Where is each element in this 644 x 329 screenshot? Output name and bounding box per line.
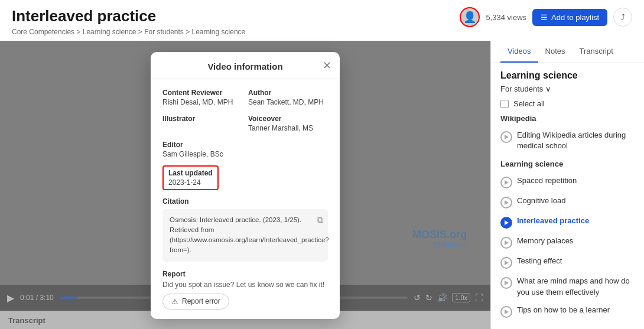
- video-item-text-testing-effect: Testing effect: [517, 256, 562, 266]
- video-item-text-interleaved-practice: Interleaved practice: [517, 216, 589, 226]
- video-item-text-tips-learner: Tips on how to be a learner: [517, 305, 610, 315]
- play-icon-tips-learner: [500, 306, 512, 318]
- for-students-label: For students: [500, 84, 543, 93]
- tab-notes[interactable]: Notes: [538, 41, 573, 63]
- play-icon-interleaved-practice: [500, 217, 512, 229]
- video-area: OSM OSIS MOSIS.org 23 Edition ▶ 0:01 / 3…: [0, 41, 490, 329]
- voiceover-col: Voiceover Tanner Marshall, MS: [248, 115, 328, 132]
- video-item-testing-effect[interactable]: Testing effect: [500, 252, 635, 272]
- header-actions: 👤 5,334 views ☰ Add to playlist ⤴: [460, 7, 632, 27]
- select-all-checkbox[interactable]: [500, 100, 509, 108]
- citation-label: Citation: [162, 197, 328, 206]
- sidebar-tabs: Videos Notes Transcript: [491, 41, 644, 63]
- modal-body: Content Reviewer Rishi Desai, MD, MPH Au…: [151, 79, 340, 319]
- report-error-label: Report error: [182, 297, 220, 305]
- report-label: Report: [162, 270, 328, 278]
- editor-value: Sam Gillespie, BSc: [162, 150, 328, 158]
- modal-close-button[interactable]: ✕: [323, 59, 331, 72]
- chevron-down-icon: ∨: [545, 84, 551, 93]
- add-to-playlist-button[interactable]: ☰ Add to playlist: [532, 9, 607, 26]
- share-button[interactable]: ⤴: [613, 8, 632, 27]
- video-item-wikipedia-1[interactable]: Editing Wikipedia articles during medica…: [500, 126, 635, 155]
- play-icon-wikipedia-1: [500, 131, 512, 143]
- breadcrumb: Core Competencies > Learning science > F…: [12, 28, 632, 36]
- user-icon: 👤: [463, 11, 476, 24]
- author-value: Sean Tackett, MD, MPH: [248, 98, 328, 106]
- for-students-toggle[interactable]: For students ∨: [500, 84, 635, 93]
- citation-box: Osmosis: Interleaved practice. (2023, 1/…: [162, 209, 328, 262]
- video-item-cognitive-load[interactable]: Cognitive load: [500, 192, 635, 212]
- sidebar-content: Learning science For students ∨ Select a…: [491, 63, 644, 329]
- video-item-memory-palaces[interactable]: Memory palaces: [500, 232, 635, 252]
- warning-icon: ⚠: [171, 297, 178, 306]
- report-desc: Did you spot an issue? Let us know so we…: [162, 281, 328, 289]
- video-item-tips-learner[interactable]: Tips on how to be a learner: [500, 301, 635, 321]
- section-label-learning-science: Learning science: [500, 159, 635, 168]
- voiceover-value: Tanner Marshall, MS: [248, 124, 328, 132]
- play-icon-mind-maps: [500, 277, 512, 289]
- play-icon-spaced-repetition: [500, 177, 512, 188]
- sidebar-section-title: Learning science: [500, 70, 635, 81]
- author-label: Author: [248, 89, 328, 97]
- info-grid: Content Reviewer Rishi Desai, MD, MPH Au…: [162, 89, 328, 132]
- illustrator-label: Illustrator: [162, 115, 242, 123]
- video-item-text-mind-maps: What are mind maps and how do you use th…: [517, 276, 635, 297]
- modal-overlay: Video information ✕ Content Reviewer Ris…: [0, 41, 490, 329]
- video-item-spaced-repetition[interactable]: Spaced repetition: [500, 172, 635, 192]
- video-item-text-spaced-repetition: Spaced repetition: [517, 175, 577, 186]
- tab-transcript[interactable]: Transcript: [572, 41, 620, 63]
- author-col: Author Sean Tackett, MD, MPH: [248, 89, 328, 106]
- modal-header: Video information: [151, 52, 340, 79]
- sidebar: Videos Notes Transcript Learning science…: [490, 41, 644, 329]
- copy-icon[interactable]: ⧉: [317, 214, 323, 226]
- report-error-button[interactable]: ⚠ Report error: [162, 294, 229, 310]
- play-icon-memory-palaces: [500, 237, 512, 249]
- playlist-icon: ☰: [541, 13, 548, 22]
- video-item-text-cognitive-load: Cognitive load: [517, 196, 565, 206]
- play-icon-testing-effect: [500, 257, 512, 269]
- content-reviewer-value: Rishi Desai, MD, MPH: [162, 98, 242, 106]
- video-info-modal: Video information ✕ Content Reviewer Ris…: [151, 52, 340, 319]
- citation-text: Osmosis: Interleaved practice. (2023, 1/…: [170, 216, 329, 254]
- modal-title: Video information: [207, 61, 282, 71]
- last-updated-label: Last updated: [168, 169, 213, 177]
- main-layout: OSM OSIS MOSIS.org 23 Edition ▶ 0:01 / 3…: [0, 41, 644, 329]
- video-item-text-wikipedia-1: Editing Wikipedia articles during medica…: [517, 130, 635, 151]
- video-item-text-memory-palaces: Memory palaces: [517, 236, 573, 246]
- editor-row: Editor Sam Gillespie, BSc: [162, 141, 328, 158]
- share-icon: ⤴: [621, 12, 625, 22]
- add-to-playlist-label: Add to playlist: [551, 13, 599, 22]
- section-label-wikipedia: Wikipedia: [500, 114, 635, 123]
- last-updated-value: 2023-1-24: [168, 178, 213, 187]
- video-item-mind-maps[interactable]: What are mind maps and how do you use th…: [500, 272, 635, 301]
- play-icon-cognitive-load: [500, 197, 512, 209]
- select-all-label: Select all: [513, 99, 545, 108]
- user-avatar-button[interactable]: 👤: [460, 7, 480, 27]
- illustrator-col: Illustrator: [162, 115, 242, 132]
- page-header: Interleaved practice Core Competencies >…: [0, 0, 644, 41]
- voiceover-label: Voiceover: [248, 115, 328, 123]
- last-updated-box: Last updated 2023-1-24: [162, 165, 219, 190]
- views-count: 5,334 views: [486, 13, 526, 22]
- content-reviewer-col: Content Reviewer Rishi Desai, MD, MPH: [162, 89, 242, 106]
- editor-label: Editor: [162, 141, 328, 149]
- tab-videos[interactable]: Videos: [500, 41, 538, 63]
- video-item-interleaved-practice[interactable]: Interleaved practice: [500, 212, 635, 232]
- content-reviewer-label: Content Reviewer: [162, 89, 242, 97]
- select-all-row: Select all: [500, 99, 635, 108]
